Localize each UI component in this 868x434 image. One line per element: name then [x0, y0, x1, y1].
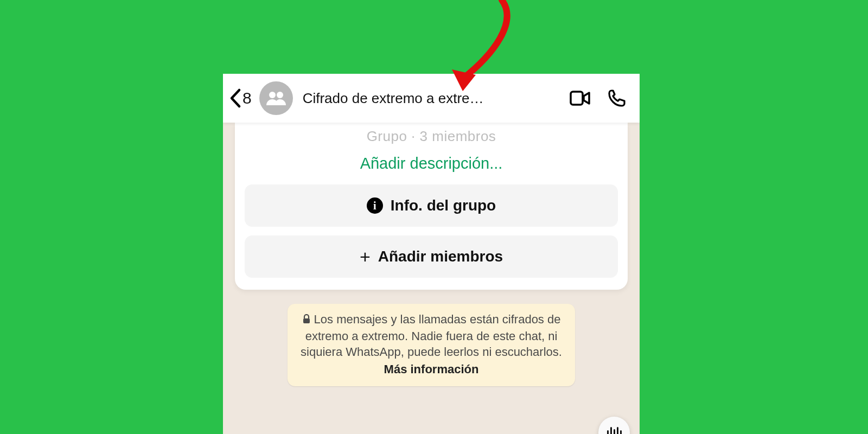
- waveform-icon: [606, 426, 622, 434]
- encryption-more-link[interactable]: Más información: [298, 361, 564, 378]
- svg-rect-2: [571, 92, 583, 105]
- chevron-left-icon: [228, 88, 242, 108]
- encryption-text: Los mensajes y las llamadas están cifrad…: [301, 312, 562, 359]
- voice-call-button[interactable]: [604, 85, 630, 111]
- video-camera-icon: [570, 91, 590, 106]
- svg-point-1: [277, 92, 283, 98]
- svg-point-0: [269, 92, 276, 98]
- add-description-link[interactable]: Añadir descripción...: [245, 149, 618, 184]
- unread-count: 8: [242, 89, 252, 107]
- svg-rect-8: [620, 430, 622, 434]
- info-icon: i: [367, 197, 383, 214]
- group-icon: [265, 90, 287, 106]
- chat-header: 8 Cifrado de extremo a extre…: [223, 74, 640, 123]
- chat-title[interactable]: Cifrado de extremo a extre…: [303, 90, 556, 107]
- group-info-button[interactable]: i Info. del grupo: [245, 184, 618, 227]
- group-avatar[interactable]: [259, 81, 293, 115]
- group-info-label: Info. del grupo: [391, 197, 496, 214]
- svg-rect-7: [617, 427, 618, 434]
- svg-rect-4: [607, 430, 609, 434]
- add-members-button[interactable]: + Añadir miembros: [245, 235, 618, 278]
- plus-icon: +: [360, 247, 371, 266]
- group-info-card: Grupo · 3 miembros Añadir descripción...…: [235, 123, 628, 290]
- lock-icon: [302, 312, 311, 328]
- svg-rect-6: [614, 429, 615, 434]
- phone-screen: 8 Cifrado de extremo a extre… Grupo · 3 …: [223, 74, 640, 434]
- phone-icon: [608, 89, 626, 107]
- svg-rect-5: [610, 427, 612, 434]
- svg-rect-3: [303, 318, 310, 323]
- video-call-button[interactable]: [567, 85, 593, 111]
- encryption-notice[interactable]: Los mensajes y las llamadas están cifrad…: [288, 304, 575, 386]
- audio-fab-button[interactable]: [598, 417, 630, 434]
- back-button[interactable]: 8: [228, 88, 252, 108]
- group-meta-text: Grupo · 3 miembros: [245, 125, 618, 149]
- add-members-label: Añadir miembros: [378, 248, 503, 265]
